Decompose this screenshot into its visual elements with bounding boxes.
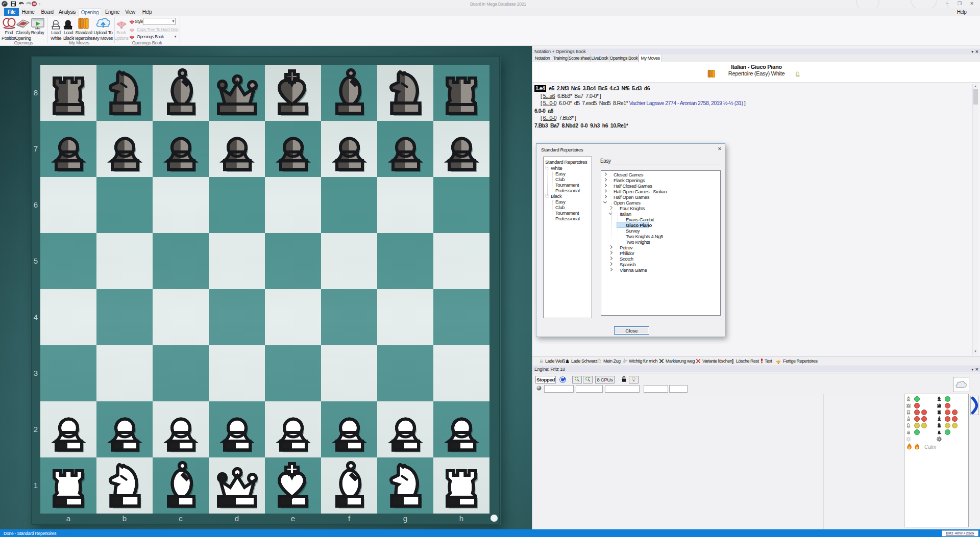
svg-text:5: 5 bbox=[34, 257, 38, 265]
svg-text:7: 7 bbox=[34, 144, 38, 153]
svg-text:6: 6 bbox=[34, 200, 38, 209]
svg-text:e: e bbox=[291, 514, 295, 523]
svg-text:8: 8 bbox=[34, 88, 38, 97]
svg-text:d: d bbox=[235, 514, 239, 523]
svg-text:g: g bbox=[403, 514, 407, 523]
svg-text:b: b bbox=[122, 514, 127, 523]
svg-text:a: a bbox=[66, 514, 71, 523]
svg-text:1: 1 bbox=[34, 481, 38, 490]
svg-text:h: h bbox=[459, 514, 463, 523]
svg-text:c: c bbox=[179, 514, 183, 523]
svg-text:3: 3 bbox=[34, 369, 38, 377]
svg-text:4: 4 bbox=[34, 313, 38, 321]
svg-text:2: 2 bbox=[34, 425, 38, 433]
